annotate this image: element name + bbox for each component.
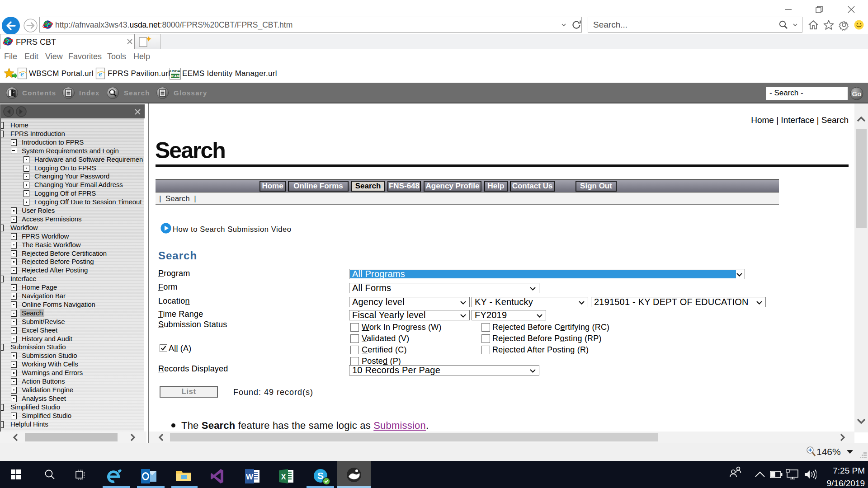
svg-text:USDA: USDA — [170, 69, 180, 73]
svg-text:Go: Go — [852, 90, 862, 98]
svg-text:ICAM: ICAM — [171, 74, 179, 78]
svg-text:X: X — [281, 473, 286, 481]
svg-text:?: ? — [6, 38, 10, 45]
svg-text:W: W — [246, 473, 254, 481]
svg-text:e: e — [20, 70, 24, 78]
svg-text:?: ? — [46, 21, 50, 28]
svg-text:S: S — [317, 470, 324, 481]
svg-text:e: e — [99, 70, 102, 78]
